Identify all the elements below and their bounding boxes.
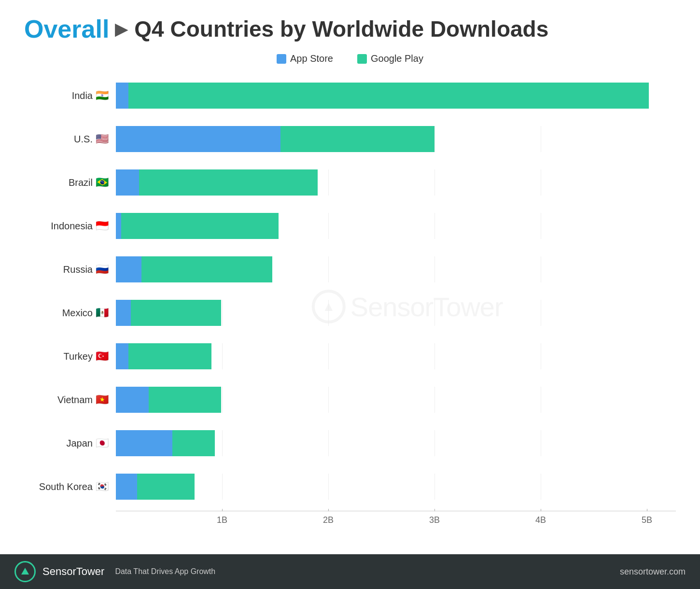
- bar-appstore: [116, 343, 128, 369]
- country-label: U.S. 🇺🇸: [24, 133, 116, 145]
- country-name: Mexico: [62, 308, 93, 319]
- country-name: Japan: [67, 438, 93, 449]
- title-overall: Overall: [24, 14, 109, 43]
- country-name: Indonesia: [51, 221, 93, 232]
- bar-appstore: [116, 169, 139, 196]
- chart-row: South Korea 🇰🇷: [24, 467, 676, 506]
- footer-brand2: Tower: [76, 565, 105, 577]
- country-name: South Korea: [39, 481, 93, 492]
- legend-appstore: App Store: [277, 53, 333, 64]
- chart-row: India 🇮🇳: [24, 76, 676, 115]
- bars-container: [116, 256, 676, 282]
- bar-googleplay: [280, 126, 434, 152]
- country-flag: 🇷🇺: [96, 263, 109, 276]
- footer-url: sensortower.com: [620, 567, 686, 577]
- country-name: Vietnam: [57, 394, 93, 406]
- x-axis-tick: 4B: [535, 511, 546, 525]
- country-flag: 🇺🇸: [96, 133, 109, 145]
- country-name: U.S.: [74, 134, 93, 145]
- googleplay-legend-dot: [357, 54, 367, 64]
- legend: App Store Google Play: [24, 53, 676, 64]
- country-name: Turkey: [64, 351, 93, 362]
- country-label: Japan 🇯🇵: [24, 437, 116, 449]
- chart-rows: India 🇮🇳U.S. 🇺🇸Brazil 🇧🇷Indonesia 🇮🇩Russ…: [24, 76, 676, 511]
- country-label: Turkey 🇹🇷: [24, 350, 116, 363]
- country-flag: 🇲🇽: [96, 307, 109, 319]
- bar-googleplay: [149, 387, 221, 413]
- x-axis-tick: 3B: [429, 511, 440, 525]
- appstore-legend-label: App Store: [290, 53, 333, 64]
- appstore-legend-dot: [277, 54, 286, 64]
- x-axis-area: 1B2B3B4B5B: [116, 511, 676, 530]
- footer-brand1: Sensor: [42, 565, 76, 577]
- bar-googleplay: [128, 343, 211, 369]
- country-name: India: [72, 90, 93, 101]
- bar-googleplay: [121, 213, 279, 239]
- footer-brand-name: SensorTower: [42, 565, 104, 577]
- x-axis-tick: 1B: [217, 511, 227, 525]
- footer: SensorTower Data That Drives App Growth …: [0, 554, 700, 589]
- bar-googleplay: [141, 256, 272, 282]
- bar-appstore: [116, 474, 137, 500]
- bar-googleplay: [131, 300, 221, 326]
- googleplay-legend-label: Google Play: [371, 53, 423, 64]
- chart-wrapper: SensorTower India 🇮🇳U.S. 🇺🇸Brazil 🇧🇷Indo…: [24, 76, 676, 530]
- bars-container: [116, 343, 676, 369]
- country-label: South Korea 🇰🇷: [24, 480, 116, 493]
- country-label: Mexico 🇲🇽: [24, 307, 116, 319]
- chart-row: Turkey 🇹🇷: [24, 337, 676, 376]
- bars-container: [116, 474, 676, 500]
- footer-left: SensorTower Data That Drives App Growth: [14, 561, 215, 582]
- bars-container: [116, 430, 676, 456]
- country-flag: 🇮🇩: [96, 220, 109, 232]
- country-flag: 🇻🇳: [96, 393, 109, 406]
- title-rest: Q4 Countries by Worldwide Downloads: [134, 16, 548, 42]
- bars-container: [116, 300, 676, 326]
- chart-inner: India 🇮🇳U.S. 🇺🇸Brazil 🇧🇷Indonesia 🇮🇩Russ…: [24, 76, 676, 530]
- country-label: Indonesia 🇮🇩: [24, 220, 116, 232]
- country-label: Brazil 🇧🇷: [24, 176, 116, 189]
- chart-row: Russia 🇷🇺: [24, 250, 676, 289]
- country-name: Russia: [63, 264, 93, 275]
- bar-appstore: [116, 213, 121, 239]
- footer-tagline: Data That Drives App Growth: [115, 567, 215, 576]
- country-label: Vietnam 🇻🇳: [24, 393, 116, 406]
- country-label: India 🇮🇳: [24, 89, 116, 102]
- chart-row: Vietnam 🇻🇳: [24, 380, 676, 419]
- chart-row: Mexico 🇲🇽: [24, 294, 676, 332]
- bar-appstore: [116, 83, 128, 109]
- bar-appstore: [116, 256, 141, 282]
- bar-appstore: [116, 300, 131, 326]
- chart-row: U.S. 🇺🇸: [24, 120, 676, 158]
- bar-googleplay: [172, 430, 215, 456]
- country-name: Brazil: [69, 177, 93, 188]
- footer-logo-triangle: [21, 568, 29, 575]
- footer-brand-text: SensorTower: [42, 565, 104, 578]
- bars-container: [116, 213, 676, 239]
- bars-container: [116, 83, 676, 109]
- chart-row: Japan 🇯🇵: [24, 424, 676, 463]
- country-label: Russia 🇷🇺: [24, 263, 116, 276]
- main-content: Overall ▶ Q4 Countries by Worldwide Down…: [0, 0, 700, 554]
- title-area: Overall ▶ Q4 Countries by Worldwide Down…: [24, 14, 676, 43]
- bars-container: [116, 126, 676, 152]
- bars-container: [116, 387, 676, 413]
- country-flag: 🇹🇷: [96, 350, 109, 363]
- bar-googleplay: [139, 169, 318, 196]
- bar-appstore: [116, 430, 172, 456]
- x-axis-tick: 2B: [323, 511, 334, 525]
- x-axis-tick: 5B: [642, 511, 652, 525]
- chart-row: Indonesia 🇮🇩: [24, 207, 676, 245]
- legend-googleplay: Google Play: [357, 53, 423, 64]
- chart-row: Brazil 🇧🇷: [24, 163, 676, 202]
- country-flag: 🇯🇵: [96, 437, 109, 449]
- country-flag: 🇮🇳: [96, 89, 109, 102]
- footer-logo-circle: [14, 561, 36, 582]
- bars-container: [116, 169, 676, 196]
- country-flag: 🇧🇷: [96, 176, 109, 189]
- title-arrow: ▶: [115, 19, 128, 39]
- bar-googleplay: [137, 474, 195, 500]
- country-flag: 🇰🇷: [96, 480, 109, 493]
- bar-appstore: [116, 387, 149, 413]
- bar-appstore: [116, 126, 280, 152]
